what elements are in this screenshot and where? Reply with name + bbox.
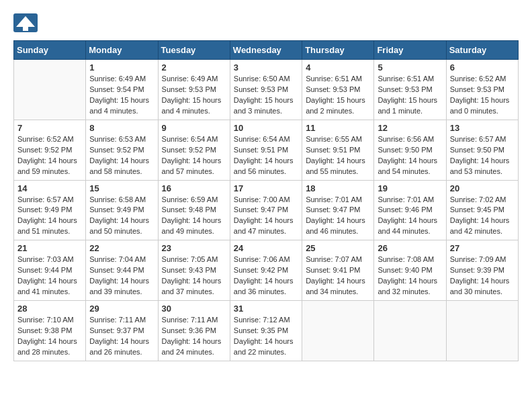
day-info: Sunrise: 6:55 AM Sunset: 9:51 PM Dayligh…	[306, 134, 370, 177]
day-info: Sunrise: 6:49 AM Sunset: 9:54 PM Dayligh…	[89, 74, 154, 117]
day-info: Sunrise: 6:59 AM Sunset: 9:48 PM Dayligh…	[162, 195, 226, 238]
day-info: Sunrise: 7:07 AM Sunset: 9:41 PM Dayligh…	[306, 255, 370, 298]
calendar-cell	[374, 301, 446, 361]
calendar-week-row: 1Sunrise: 6:49 AM Sunset: 9:54 PM Daylig…	[14, 60, 519, 120]
calendar-cell: 22Sunrise: 7:04 AM Sunset: 9:44 PM Dayli…	[86, 240, 158, 301]
day-number: 13	[450, 123, 515, 133]
calendar-cell: 28Sunrise: 7:10 AM Sunset: 9:38 PM Dayli…	[14, 301, 86, 361]
calendar-cell: 12Sunrise: 6:56 AM Sunset: 9:50 PM Dayli…	[374, 120, 446, 180]
day-number: 20	[450, 183, 515, 193]
day-number: 1	[89, 62, 154, 73]
calendar-cell: 25Sunrise: 7:07 AM Sunset: 9:41 PM Dayli…	[302, 240, 374, 301]
calendar-cell: 11Sunrise: 6:55 AM Sunset: 9:51 PM Dayli…	[302, 120, 374, 180]
calendar-cell: 4Sunrise: 6:51 AM Sunset: 9:53 PM Daylig…	[302, 60, 374, 120]
day-number: 18	[306, 183, 370, 193]
calendar-week-row: 7Sunrise: 6:52 AM Sunset: 9:52 PM Daylig…	[14, 120, 519, 180]
calendar-cell: 27Sunrise: 7:09 AM Sunset: 9:39 PM Dayli…	[446, 240, 518, 301]
calendar-cell: 5Sunrise: 6:51 AM Sunset: 9:53 PM Daylig…	[374, 60, 446, 120]
day-number: 27	[450, 243, 515, 253]
calendar-cell	[446, 301, 518, 361]
weekday-header-wednesday: Wednesday	[230, 41, 302, 60]
logo-icon	[13, 13, 38, 35]
calendar-week-row: 14Sunrise: 6:57 AM Sunset: 9:49 PM Dayli…	[14, 180, 519, 240]
calendar-cell: 1Sunrise: 6:49 AM Sunset: 9:54 PM Daylig…	[86, 60, 158, 120]
day-info: Sunrise: 7:04 AM Sunset: 9:44 PM Dayligh…	[89, 255, 154, 298]
day-number: 14	[17, 183, 82, 193]
calendar-cell: 3Sunrise: 6:50 AM Sunset: 9:53 PM Daylig…	[230, 60, 302, 120]
day-info: Sunrise: 7:02 AM Sunset: 9:45 PM Dayligh…	[450, 195, 515, 238]
day-info: Sunrise: 7:09 AM Sunset: 9:39 PM Dayligh…	[450, 255, 515, 298]
weekday-header-thursday: Thursday	[302, 41, 374, 60]
calendar-cell: 20Sunrise: 7:02 AM Sunset: 9:45 PM Dayli…	[446, 180, 518, 240]
day-number: 22	[89, 243, 154, 253]
weekday-header-saturday: Saturday	[446, 41, 518, 60]
day-number: 23	[162, 243, 226, 253]
day-info: Sunrise: 6:50 AM Sunset: 9:53 PM Dayligh…	[234, 74, 298, 117]
calendar-cell: 18Sunrise: 7:01 AM Sunset: 9:47 PM Dayli…	[302, 180, 374, 240]
calendar-cell: 16Sunrise: 6:59 AM Sunset: 9:48 PM Dayli…	[158, 180, 230, 240]
day-info: Sunrise: 6:57 AM Sunset: 9:49 PM Dayligh…	[17, 195, 82, 238]
day-number: 8	[89, 123, 154, 133]
day-info: Sunrise: 7:05 AM Sunset: 9:43 PM Dayligh…	[162, 255, 226, 298]
day-info: Sunrise: 7:12 AM Sunset: 9:35 PM Dayligh…	[234, 315, 298, 358]
day-info: Sunrise: 6:57 AM Sunset: 9:50 PM Dayligh…	[450, 134, 515, 177]
weekday-header-monday: Monday	[86, 41, 158, 60]
day-number: 31	[234, 304, 298, 314]
calendar-week-row: 21Sunrise: 7:03 AM Sunset: 9:44 PM Dayli…	[14, 240, 519, 301]
day-info: Sunrise: 6:52 AM Sunset: 9:53 PM Dayligh…	[450, 74, 515, 117]
day-info: Sunrise: 7:01 AM Sunset: 9:46 PM Dayligh…	[378, 195, 442, 238]
day-info: Sunrise: 6:58 AM Sunset: 9:49 PM Dayligh…	[89, 195, 154, 238]
calendar-cell: 19Sunrise: 7:01 AM Sunset: 9:46 PM Dayli…	[374, 180, 446, 240]
day-info: Sunrise: 7:00 AM Sunset: 9:47 PM Dayligh…	[234, 195, 298, 238]
day-info: Sunrise: 7:11 AM Sunset: 9:37 PM Dayligh…	[89, 315, 154, 358]
day-number: 9	[162, 123, 226, 133]
day-number: 4	[306, 62, 370, 73]
day-number: 17	[234, 183, 298, 193]
calendar-cell: 29Sunrise: 7:11 AM Sunset: 9:37 PM Dayli…	[86, 301, 158, 361]
day-info: Sunrise: 7:06 AM Sunset: 9:42 PM Dayligh…	[234, 255, 298, 298]
calendar-cell: 14Sunrise: 6:57 AM Sunset: 9:49 PM Dayli…	[14, 180, 86, 240]
weekday-header-sunday: Sunday	[14, 41, 86, 60]
day-info: Sunrise: 6:52 AM Sunset: 9:52 PM Dayligh…	[17, 134, 82, 177]
calendar-cell: 6Sunrise: 6:52 AM Sunset: 9:53 PM Daylig…	[446, 60, 518, 120]
calendar-cell: 21Sunrise: 7:03 AM Sunset: 9:44 PM Dayli…	[14, 240, 86, 301]
calendar-cell: 2Sunrise: 6:49 AM Sunset: 9:53 PM Daylig…	[158, 60, 230, 120]
day-number: 30	[162, 304, 226, 314]
calendar-cell: 8Sunrise: 6:53 AM Sunset: 9:52 PM Daylig…	[86, 120, 158, 180]
day-info: Sunrise: 7:10 AM Sunset: 9:38 PM Dayligh…	[17, 315, 82, 358]
calendar-cell: 15Sunrise: 6:58 AM Sunset: 9:49 PM Dayli…	[86, 180, 158, 240]
day-number: 12	[378, 123, 442, 133]
calendar-cell	[14, 60, 86, 120]
day-info: Sunrise: 7:08 AM Sunset: 9:40 PM Dayligh…	[378, 255, 442, 298]
day-number: 28	[17, 304, 82, 314]
weekday-header-friday: Friday	[374, 41, 446, 60]
calendar-cell: 7Sunrise: 6:52 AM Sunset: 9:52 PM Daylig…	[14, 120, 86, 180]
day-number: 16	[162, 183, 226, 193]
calendar-cell: 23Sunrise: 7:05 AM Sunset: 9:43 PM Dayli…	[158, 240, 230, 301]
calendar-cell: 10Sunrise: 6:54 AM Sunset: 9:51 PM Dayli…	[230, 120, 302, 180]
day-info: Sunrise: 6:56 AM Sunset: 9:50 PM Dayligh…	[378, 134, 442, 177]
day-number: 21	[17, 243, 82, 253]
day-info: Sunrise: 7:01 AM Sunset: 9:47 PM Dayligh…	[306, 195, 370, 238]
logo	[13, 13, 42, 35]
calendar-cell: 13Sunrise: 6:57 AM Sunset: 9:50 PM Dayli…	[446, 120, 518, 180]
day-number: 2	[162, 62, 226, 73]
weekday-header-tuesday: Tuesday	[158, 41, 230, 60]
day-info: Sunrise: 6:49 AM Sunset: 9:53 PM Dayligh…	[162, 74, 226, 117]
day-number: 26	[378, 243, 442, 253]
calendar-cell: 9Sunrise: 6:54 AM Sunset: 9:52 PM Daylig…	[158, 120, 230, 180]
day-info: Sunrise: 6:51 AM Sunset: 9:53 PM Dayligh…	[306, 74, 370, 117]
calendar-week-row: 28Sunrise: 7:10 AM Sunset: 9:38 PM Dayli…	[14, 301, 519, 361]
day-number: 10	[234, 123, 298, 133]
day-info: Sunrise: 6:53 AM Sunset: 9:52 PM Dayligh…	[89, 134, 154, 177]
day-number: 15	[89, 183, 154, 193]
calendar-cell: 26Sunrise: 7:08 AM Sunset: 9:40 PM Dayli…	[374, 240, 446, 301]
day-info: Sunrise: 6:54 AM Sunset: 9:51 PM Dayligh…	[234, 134, 298, 177]
day-number: 11	[306, 123, 370, 133]
day-number: 25	[306, 243, 370, 253]
calendar-cell: 24Sunrise: 7:06 AM Sunset: 9:42 PM Dayli…	[230, 240, 302, 301]
calendar-cell: 30Sunrise: 7:11 AM Sunset: 9:36 PM Dayli…	[158, 301, 230, 361]
day-info: Sunrise: 7:03 AM Sunset: 9:44 PM Dayligh…	[17, 255, 82, 298]
weekday-header-row: SundayMondayTuesdayWednesdayThursdayFrid…	[14, 41, 519, 60]
calendar-cell	[302, 301, 374, 361]
